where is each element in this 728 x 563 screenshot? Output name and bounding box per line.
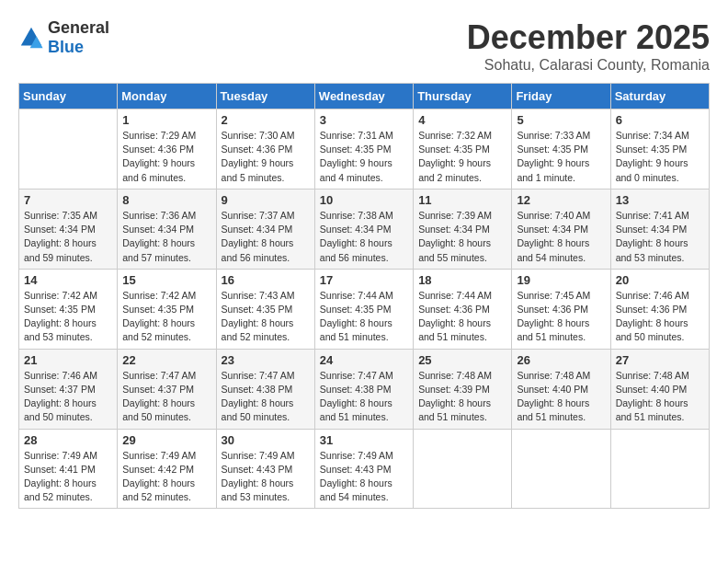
day-number: 7 (24, 193, 112, 207)
calendar-cell (414, 429, 512, 509)
calendar-cell (610, 429, 709, 509)
day-number: 29 (122, 433, 210, 447)
calendar-cell: 15 Sunrise: 7:42 AM Sunset: 4:35 PM Dayl… (118, 269, 216, 349)
day-number: 1 (122, 113, 210, 127)
calendar-cell: 18 Sunrise: 7:44 AM Sunset: 4:36 PM Dayl… (414, 269, 512, 349)
calendar-cell: 1 Sunrise: 7:29 AM Sunset: 4:36 PM Dayli… (118, 109, 216, 190)
day-number: 9 (222, 193, 310, 207)
day-info: Sunrise: 7:43 AM Sunset: 4:35 PM Dayligh… (222, 289, 310, 345)
day-info: Sunrise: 7:49 AM Sunset: 4:43 PM Dayligh… (222, 449, 310, 505)
day-number: 11 (418, 193, 506, 207)
calendar-cell: 28 Sunrise: 7:49 AM Sunset: 4:41 PM Dayl… (19, 429, 118, 509)
month-title: December 2025 (467, 18, 710, 57)
day-info: Sunrise: 7:35 AM Sunset: 4:34 PM Dayligh… (24, 209, 112, 265)
header: General Blue December 2025 Sohatu, Calar… (18, 18, 710, 74)
calendar-cell: 8 Sunrise: 7:36 AM Sunset: 4:34 PM Dayli… (118, 189, 216, 269)
day-number: 15 (122, 273, 210, 287)
day-info: Sunrise: 7:40 AM Sunset: 4:34 PM Dayligh… (517, 209, 605, 265)
week-row-2: 7 Sunrise: 7:35 AM Sunset: 4:34 PM Dayli… (19, 189, 710, 269)
day-info: Sunrise: 7:44 AM Sunset: 4:35 PM Dayligh… (320, 289, 408, 345)
day-number: 4 (418, 113, 506, 127)
day-info: Sunrise: 7:47 AM Sunset: 4:38 PM Dayligh… (222, 369, 310, 425)
weekday-header-monday: Monday (118, 84, 216, 109)
calendar-cell: 12 Sunrise: 7:40 AM Sunset: 4:34 PM Dayl… (512, 189, 610, 269)
calendar-cell: 31 Sunrise: 7:49 AM Sunset: 4:43 PM Dayl… (314, 429, 413, 509)
day-number: 3 (320, 113, 408, 127)
calendar-cell: 19 Sunrise: 7:45 AM Sunset: 4:36 PM Dayl… (512, 269, 610, 349)
day-number: 17 (320, 273, 408, 287)
day-number: 24 (320, 353, 408, 367)
day-info: Sunrise: 7:46 AM Sunset: 4:37 PM Dayligh… (24, 369, 112, 425)
calendar-cell: 9 Sunrise: 7:37 AM Sunset: 4:34 PM Dayli… (216, 189, 314, 269)
calendar-cell: 23 Sunrise: 7:47 AM Sunset: 4:38 PM Dayl… (216, 349, 314, 429)
calendar-cell: 16 Sunrise: 7:43 AM Sunset: 4:35 PM Dayl… (216, 269, 314, 349)
day-number: 27 (616, 353, 704, 367)
day-info: Sunrise: 7:30 AM Sunset: 4:36 PM Dayligh… (222, 129, 310, 185)
day-number: 20 (616, 273, 704, 287)
day-info: Sunrise: 7:49 AM Sunset: 4:43 PM Dayligh… (320, 449, 408, 505)
logo-icon (18, 25, 44, 51)
calendar-cell: 17 Sunrise: 7:44 AM Sunset: 4:35 PM Dayl… (314, 269, 413, 349)
day-number: 16 (222, 273, 310, 287)
day-number: 23 (222, 353, 310, 367)
day-info: Sunrise: 7:44 AM Sunset: 4:36 PM Dayligh… (418, 289, 506, 345)
day-info: Sunrise: 7:48 AM Sunset: 4:40 PM Dayligh… (517, 369, 605, 425)
day-number: 31 (320, 433, 408, 447)
calendar-cell: 30 Sunrise: 7:49 AM Sunset: 4:43 PM Dayl… (216, 429, 314, 509)
calendar-cell: 6 Sunrise: 7:34 AM Sunset: 4:35 PM Dayli… (610, 109, 709, 190)
day-info: Sunrise: 7:34 AM Sunset: 4:35 PM Dayligh… (616, 129, 704, 185)
calendar-cell: 26 Sunrise: 7:48 AM Sunset: 4:40 PM Dayl… (512, 349, 610, 429)
day-number: 6 (616, 113, 704, 127)
day-number: 18 (418, 273, 506, 287)
calendar-cell: 22 Sunrise: 7:47 AM Sunset: 4:37 PM Dayl… (118, 349, 216, 429)
title-area: December 2025 Sohatu, Calarasi County, R… (467, 18, 710, 74)
calendar-cell: 11 Sunrise: 7:39 AM Sunset: 4:34 PM Dayl… (414, 189, 512, 269)
weekday-header-thursday: Thursday (414, 84, 512, 109)
day-info: Sunrise: 7:39 AM Sunset: 4:34 PM Dayligh… (418, 209, 506, 265)
day-number: 25 (418, 353, 506, 367)
day-info: Sunrise: 7:47 AM Sunset: 4:38 PM Dayligh… (320, 369, 408, 425)
calendar-cell: 27 Sunrise: 7:48 AM Sunset: 4:40 PM Dayl… (610, 349, 709, 429)
day-number: 19 (517, 273, 605, 287)
day-number: 30 (222, 433, 310, 447)
day-info: Sunrise: 7:32 AM Sunset: 4:35 PM Dayligh… (418, 129, 506, 185)
calendar-cell: 4 Sunrise: 7:32 AM Sunset: 4:35 PM Dayli… (414, 109, 512, 190)
day-info: Sunrise: 7:37 AM Sunset: 4:34 PM Dayligh… (222, 209, 310, 265)
day-number: 10 (320, 193, 408, 207)
calendar-cell (19, 109, 118, 190)
subtitle: Sohatu, Calarasi County, Romania (467, 57, 710, 74)
day-number: 26 (517, 353, 605, 367)
day-info: Sunrise: 7:33 AM Sunset: 4:35 PM Dayligh… (517, 129, 605, 185)
day-number: 14 (24, 273, 112, 287)
calendar-cell (512, 429, 610, 509)
weekday-header-sunday: Sunday (19, 84, 118, 109)
calendar-cell: 10 Sunrise: 7:38 AM Sunset: 4:34 PM Dayl… (314, 189, 413, 269)
logo: General Blue (18, 18, 109, 57)
calendar-cell: 2 Sunrise: 7:30 AM Sunset: 4:36 PM Dayli… (216, 109, 314, 190)
day-info: Sunrise: 7:49 AM Sunset: 4:42 PM Dayligh… (122, 449, 210, 505)
calendar-cell: 7 Sunrise: 7:35 AM Sunset: 4:34 PM Dayli… (19, 189, 118, 269)
day-info: Sunrise: 7:46 AM Sunset: 4:36 PM Dayligh… (616, 289, 704, 345)
calendar-cell: 13 Sunrise: 7:41 AM Sunset: 4:34 PM Dayl… (610, 189, 709, 269)
week-row-4: 21 Sunrise: 7:46 AM Sunset: 4:37 PM Dayl… (19, 349, 710, 429)
day-info: Sunrise: 7:42 AM Sunset: 4:35 PM Dayligh… (24, 289, 112, 345)
calendar-cell: 25 Sunrise: 7:48 AM Sunset: 4:39 PM Dayl… (414, 349, 512, 429)
day-info: Sunrise: 7:48 AM Sunset: 4:39 PM Dayligh… (418, 369, 506, 425)
day-number: 8 (122, 193, 210, 207)
weekday-header-row: SundayMondayTuesdayWednesdayThursdayFrid… (19, 84, 710, 109)
day-number: 13 (616, 193, 704, 207)
weekday-header-saturday: Saturday (610, 84, 709, 109)
day-info: Sunrise: 7:48 AM Sunset: 4:40 PM Dayligh… (616, 369, 704, 425)
calendar-cell: 3 Sunrise: 7:31 AM Sunset: 4:35 PM Dayli… (314, 109, 413, 190)
calendar-cell: 29 Sunrise: 7:49 AM Sunset: 4:42 PM Dayl… (118, 429, 216, 509)
day-number: 5 (517, 113, 605, 127)
day-info: Sunrise: 7:49 AM Sunset: 4:41 PM Dayligh… (24, 449, 112, 505)
logo-general-text: General (48, 18, 109, 38)
calendar-cell: 24 Sunrise: 7:47 AM Sunset: 4:38 PM Dayl… (314, 349, 413, 429)
weekday-header-friday: Friday (512, 84, 610, 109)
calendar-cell: 14 Sunrise: 7:42 AM Sunset: 4:35 PM Dayl… (19, 269, 118, 349)
calendar-cell: 20 Sunrise: 7:46 AM Sunset: 4:36 PM Dayl… (610, 269, 709, 349)
day-info: Sunrise: 7:45 AM Sunset: 4:36 PM Dayligh… (517, 289, 605, 345)
day-info: Sunrise: 7:38 AM Sunset: 4:34 PM Dayligh… (320, 209, 408, 265)
day-info: Sunrise: 7:47 AM Sunset: 4:37 PM Dayligh… (122, 369, 210, 425)
